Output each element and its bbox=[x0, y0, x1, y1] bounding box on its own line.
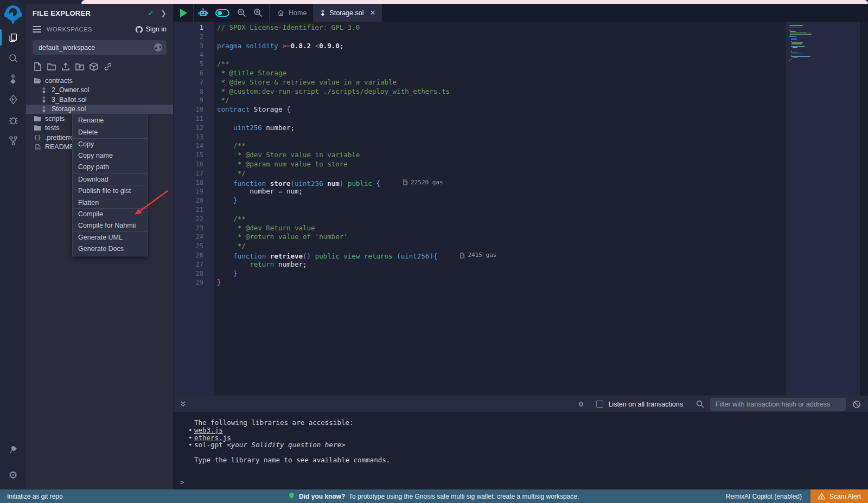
code-area[interactable]: // SPDX-License-Identifier: GPL-3.0pragm… bbox=[214, 22, 786, 396]
workspace-select[interactable]: default_workspace ▲▼ bbox=[33, 40, 167, 55]
context-menu-item-delete[interactable]: Delete bbox=[73, 127, 147, 139]
tab-home[interactable]: Home bbox=[270, 4, 313, 22]
rail-solidity-compiler-icon[interactable] bbox=[0, 68, 26, 89]
copilot-toggle[interactable] bbox=[212, 4, 233, 22]
chevron-right-icon[interactable]: ❯ bbox=[161, 9, 167, 17]
copilot-status[interactable]: RemixAI Copilot (enabled) bbox=[726, 493, 802, 500]
context-menu-item-compile-for-nahmii[interactable]: Compile for Nahmii bbox=[73, 220, 147, 232]
clear-console-icon[interactable] bbox=[852, 400, 861, 409]
code-line: } bbox=[217, 196, 786, 205]
minimap-line bbox=[789, 40, 860, 41]
new-folder-icon[interactable] bbox=[47, 62, 56, 72]
context-menu-item-copy-path[interactable]: Copy path bbox=[73, 162, 147, 173]
collapse-terminal-icon[interactable] bbox=[180, 401, 187, 408]
upload-file-icon[interactable] bbox=[61, 62, 71, 72]
git-init-button[interactable]: Initialize as git repo bbox=[7, 493, 63, 500]
minimap-line bbox=[791, 49, 792, 50]
terminal-line: The following libraries are accessible: bbox=[194, 419, 868, 427]
gas-estimate-badge: 2415 gas bbox=[460, 251, 496, 260]
minimap-line bbox=[789, 29, 860, 30]
search-icon[interactable] bbox=[696, 400, 704, 408]
new-file-icon[interactable] bbox=[33, 62, 42, 72]
context-menu-item-download[interactable]: Download bbox=[73, 173, 147, 185]
tree-item-3-ballot-sol[interactable]: 3_Ballot.sol bbox=[26, 95, 173, 105]
rail-file-explorer-icon[interactable] bbox=[0, 27, 26, 48]
hamburger-menu-icon[interactable] bbox=[33, 26, 41, 33]
workspace-caret-icon: ▲▼ bbox=[154, 43, 162, 51]
status-bar: Initialize as git repo Did you know? To … bbox=[0, 489, 868, 503]
minimap[interactable] bbox=[786, 22, 860, 396]
minimap-line bbox=[789, 60, 790, 61]
zoom-in-button[interactable] bbox=[250, 4, 266, 22]
minimap-line bbox=[791, 41, 792, 42]
terminal-link[interactable]: ethers.js bbox=[194, 434, 231, 442]
terminal-line bbox=[194, 449, 868, 456]
github-sign-in-button[interactable]: Sign in bbox=[135, 25, 167, 34]
line-number: 12 bbox=[174, 124, 203, 133]
context-menu-item-copy[interactable]: Copy bbox=[73, 138, 147, 150]
tree-item-label: 2_Owner.sol bbox=[52, 86, 89, 94]
code-line: * @title Storage bbox=[217, 69, 786, 78]
code-line: /** bbox=[217, 215, 786, 224]
scam-alert-button[interactable]: Scam Alert bbox=[810, 489, 868, 503]
bullet-icon: • bbox=[188, 427, 194, 434]
check-icon: ✓ bbox=[148, 9, 154, 17]
terminal-prompt[interactable]: > bbox=[180, 479, 868, 486]
upload-folder-icon[interactable] bbox=[75, 62, 85, 72]
line-number: 22 bbox=[174, 215, 203, 224]
code-line: * @param num value to store bbox=[217, 160, 786, 169]
ai-copilot-icon[interactable] bbox=[194, 4, 212, 22]
minimap-line bbox=[791, 51, 792, 52]
rail-settings-icon[interactable]: ⚙ bbox=[0, 465, 26, 485]
code-line: } bbox=[217, 278, 786, 287]
zoom-out-button[interactable] bbox=[233, 4, 250, 22]
context-menu-item-generate-docs[interactable]: Generate Docs bbox=[73, 243, 147, 255]
tree-item-contracts[interactable]: contracts bbox=[26, 76, 173, 86]
rail-deploy-run-icon[interactable] bbox=[0, 89, 26, 109]
tab-storage-sol[interactable]: Storage.sol✕ bbox=[313, 4, 382, 22]
line-number: 21 bbox=[174, 205, 203, 215]
line-number: 20 bbox=[174, 196, 203, 205]
code-line: * @dev Store & retrieve value in a varia… bbox=[217, 78, 786, 87]
tree-item-storage-sol[interactable]: Storage.sol bbox=[26, 105, 173, 114]
context-menu-item-publish-file-to-gist[interactable]: Publish file to gist bbox=[73, 185, 147, 197]
statusbar-right: RemixAI Copilot (enabled) Scam Alert bbox=[726, 489, 868, 503]
context-menu-item-compile[interactable]: Compile bbox=[73, 208, 147, 220]
braces-icon: {} bbox=[34, 134, 41, 141]
tree-item-2-owner-sol[interactable]: 2_Owner.sol bbox=[26, 86, 173, 95]
code-line bbox=[217, 205, 786, 215]
listen-checkbox[interactable] bbox=[596, 401, 603, 408]
transaction-filter-input[interactable] bbox=[710, 398, 846, 411]
terminal-output[interactable]: The following libraries are accessible:•… bbox=[174, 412, 868, 489]
folder-open-icon bbox=[34, 78, 41, 84]
code-line: pragma solidity >=0.8.2 <0.9.0; bbox=[217, 42, 786, 51]
remix-logo-icon[interactable] bbox=[3, 4, 23, 27]
context-menu-item-copy-name[interactable]: Copy name bbox=[73, 150, 147, 162]
link-icon[interactable] bbox=[103, 62, 113, 72]
line-number: 25 bbox=[174, 242, 203, 251]
terminal-line: •sol-gpt <your Solidity question here> bbox=[194, 441, 868, 449]
rail-debugger-icon[interactable] bbox=[0, 109, 26, 130]
solidity-icon bbox=[40, 106, 48, 113]
terminal-link[interactable]: web3.js bbox=[194, 426, 223, 434]
template-box-icon[interactable] bbox=[89, 62, 99, 72]
scrollbar-track[interactable] bbox=[860, 22, 868, 396]
line-number: 16 bbox=[174, 160, 203, 169]
minimap-line bbox=[793, 57, 798, 59]
rail-search-icon[interactable] bbox=[0, 48, 26, 68]
rail-plugin-manager-icon[interactable] bbox=[0, 440, 26, 460]
context-menu-item-flatten[interactable]: Flatten bbox=[73, 197, 147, 209]
minimap-line bbox=[789, 30, 790, 31]
minimap-line bbox=[790, 34, 812, 35]
close-tab-icon[interactable]: ✕ bbox=[370, 9, 376, 17]
code-editor[interactable]: 1234567891011121314151617181920212223242… bbox=[174, 22, 868, 396]
tabs: HomeStorage.sol✕ bbox=[270, 4, 382, 22]
rail-git-icon[interactable] bbox=[0, 130, 26, 151]
context-menu-item-rename[interactable]: Rename bbox=[73, 115, 147, 127]
file-explorer-header: FILE EXPLORER ✓ ❯ bbox=[26, 4, 173, 22]
line-number: 24 bbox=[174, 233, 203, 242]
solidity-icon bbox=[320, 9, 326, 16]
transaction-count: 0 bbox=[579, 401, 583, 408]
context-menu-item-generate-uml[interactable]: Generate UML bbox=[73, 231, 147, 243]
run-script-button[interactable] bbox=[174, 4, 193, 22]
